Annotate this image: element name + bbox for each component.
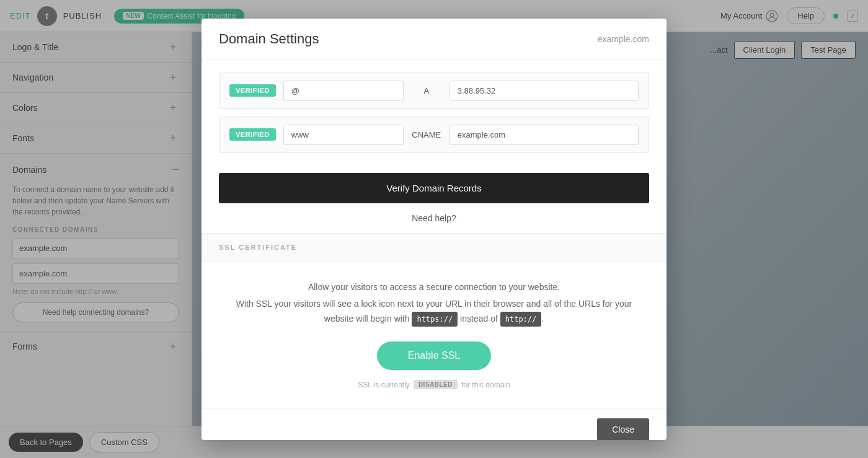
- ssl-text-2a: With SSL your visitors will see a lock i…: [236, 299, 632, 309]
- dns-row-1: VERIFIED A: [219, 73, 649, 109]
- modal-domain: example.com: [598, 34, 649, 44]
- dns-value-2[interactable]: [450, 125, 639, 145]
- dns-type-2: CNAME: [411, 130, 442, 139]
- ssl-http-code: http://: [500, 312, 542, 327]
- ssl-text-2: With SSL your visitors will see a lock i…: [219, 297, 649, 327]
- domain-settings-modal: Domain Settings example.com VERIFIED A V…: [202, 19, 666, 440]
- ssl-https-code: https://: [412, 312, 458, 327]
- modal-header: Domain Settings example.com: [202, 19, 666, 60]
- ssl-text-1: Allow your visitors to access a secure c…: [219, 280, 649, 295]
- ssl-status: SSL is currently DISABLED for this domai…: [219, 380, 649, 389]
- ssl-disabled-badge: DISABLED: [414, 380, 458, 389]
- dns-host-2[interactable]: [283, 125, 404, 145]
- ssl-text-5: .: [541, 314, 544, 324]
- ssl-section: SSL CERTIFICATE Allow your visitors to a…: [202, 233, 666, 408]
- close-button[interactable]: Close: [597, 418, 649, 439]
- ssl-status-end: for this domain: [461, 381, 510, 389]
- ssl-body: Allow your visitors to access a secure c…: [202, 262, 666, 408]
- enable-ssl-button[interactable]: Enable SSL: [377, 341, 492, 370]
- ssl-text-3: website will begin with: [324, 314, 410, 324]
- verify-domain-button[interactable]: Verify Domain Records: [219, 173, 649, 203]
- need-help-link[interactable]: Need help?: [202, 203, 666, 233]
- dns-value-1[interactable]: [450, 81, 639, 101]
- ssl-text-4: instead of: [460, 314, 498, 324]
- dns-host-1[interactable]: [283, 81, 404, 101]
- dns-records-section: VERIFIED A VERIFIED CNAME: [202, 60, 666, 173]
- dns-type-1: A: [411, 86, 442, 95]
- modal-overlay: Domain Settings example.com VERIFIED A V…: [0, 0, 868, 458]
- modal-footer: Close: [202, 408, 666, 439]
- ssl-section-heading: SSL CERTIFICATE: [202, 234, 666, 262]
- ssl-status-text: SSL is currently: [358, 381, 410, 389]
- verified-badge-1: VERIFIED: [229, 84, 276, 97]
- modal-title: Domain Settings: [219, 31, 319, 47]
- dns-row-2: VERIFIED CNAME: [219, 117, 649, 153]
- verified-badge-2: VERIFIED: [229, 128, 276, 141]
